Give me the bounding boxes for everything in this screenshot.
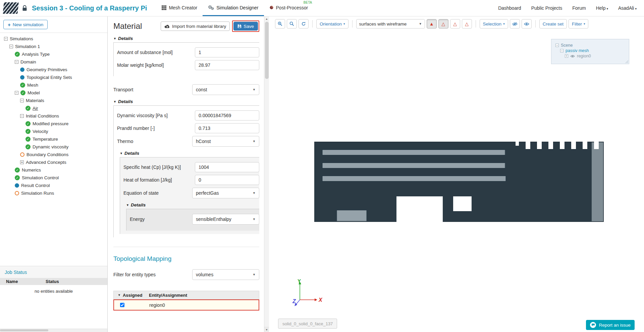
tree-item-result-control[interactable]: Result Control [0,182,107,189]
help-menu[interactable]: Help▾ [596,5,608,11]
resize-handle[interactable] [625,60,628,63]
render-mode-select[interactable]: surfaces with wireframe ▼ [356,19,425,29]
collapse-icon[interactable]: − [560,49,564,52]
filter-dropdown[interactable]: Filter ▾ [569,19,589,29]
reset-view-button[interactable] [299,19,309,29]
caret-down-icon[interactable]: ▼ [120,152,123,155]
expand-icon[interactable]: + [20,160,24,164]
amount-of-substance-input[interactable] [195,47,259,57]
tree-item-label: Advanced Concepts [26,160,66,165]
scroll-up-button[interactable]: ▲ [264,16,269,21]
heat-of-formation-input[interactable] [195,175,259,185]
create-set-button[interactable]: Create set [539,19,567,29]
mesh-node[interactable]: − passiv mesh [560,48,627,53]
tree-item-simulation-1[interactable]: −Simulation 1 [0,43,107,50]
tree-item-simulation-control[interactable]: ✓Simulation Control [0,174,107,182]
tree-item-advanced-concepts[interactable]: +Advanced Concepts [0,158,107,166]
tree-item-label: Simulations [10,36,33,41]
mesh-3d-object[interactable] [314,142,604,223]
pending-circle-icon [20,152,24,157]
report-issue-button[interactable]: Report an issue [586,320,635,330]
scroll-down-button[interactable]: ▼ [264,327,269,332]
scrollbar-thumb[interactable] [265,22,269,79]
tree-item-boundary-conditions[interactable]: Boundary Conditions [0,151,107,158]
zoom-in-button[interactable] [275,19,285,29]
tree-item-simulation-runs[interactable]: Simulation Runs [0,189,107,197]
eye-icon[interactable] [570,55,575,58]
specific-heat-input[interactable] [195,162,259,172]
caret-down-icon[interactable]: ▼ [113,100,116,103]
scene-tree-overlay[interactable]: − Scene − passiv mesh + region0 [551,39,629,64]
tree-item-domain[interactable]: −Domain [0,58,107,66]
column-entity-assignment[interactable]: Entity/Assignment [149,293,187,298]
tab-mesh-creator[interactable]: Mesh Creator [156,0,203,16]
energy-select[interactable]: sensibleEnthalpy ▼ [192,214,259,225]
orientation-dropdown[interactable]: Orientation ▾ [316,19,348,29]
equation-of-state-select[interactable]: perfectGas ▼ [192,188,259,198]
region-node[interactable]: + region0 [565,54,627,58]
viewport-3d[interactable]: Orientation ▾ surfaces with wireframe ▼ … [269,16,644,332]
zoom-in-icon [278,21,282,26]
selection-dropdown[interactable]: Selection ▾ [480,19,508,29]
thermo-select[interactable]: hConst ▼ [192,136,259,147]
app-logo[interactable] [3,2,19,14]
tree-item-air[interactable]: ✓Air [0,104,107,112]
show-all-button[interactable] [522,19,532,29]
sidebar-horizontal-scrollbar[interactable] [0,329,107,332]
save-button[interactable]: Save [233,22,258,31]
molar-weight-input[interactable] [195,60,259,70]
dynamic-viscosity-input[interactable] [195,110,259,121]
tree-item-geometry-primitives[interactable]: Geometry Primitives [0,66,107,74]
mesh-toggle-button-4[interactable]: △ [462,19,472,29]
column-assigned[interactable]: Assigned [123,293,143,298]
expand-icon[interactable]: + [565,54,568,58]
select-arrow-icon: ▼ [253,140,256,143]
collapse-icon[interactable]: − [9,45,13,48]
tree-item-numerics[interactable]: ✓Numerics [0,166,107,174]
mesh-toggle-button-3[interactable]: △ [450,19,460,29]
tree-item-mesh[interactable]: ✓Mesh [0,81,107,89]
table-row[interactable]: region0 [113,299,259,311]
tree-item-materials[interactable]: −Materials [0,97,107,104]
entity-filter-select[interactable]: volumes ▼ [192,269,259,280]
new-simulation-button[interactable]: + New simulation [3,20,48,29]
public-projects-link[interactable]: Public Projects [531,5,562,11]
zoom-window-button[interactable] [287,19,297,29]
collapse-icon[interactable]: − [20,114,24,118]
collapse-icon[interactable]: − [555,44,559,47]
hide-selection-button[interactable] [510,19,520,29]
sort-desc-icon[interactable]: ▼ [118,293,121,297]
user-menu[interactable]: AsadAli▾ [618,5,637,11]
tree-item-velocity[interactable]: ✓Velocity [0,128,107,135]
mesh-toggle-button-2[interactable]: △ [438,19,448,29]
collapse-icon[interactable]: − [15,91,18,95]
tree-item-modified-pressure[interactable]: ✓Modified pressure [0,120,107,128]
collapse-icon[interactable]: − [4,37,8,41]
tree-item-initial-conditions[interactable]: −Initial Conditions [0,112,107,120]
collapse-icon[interactable]: − [20,99,24,102]
tree-item-dynamic-viscosity[interactable]: ✓Dynamic viscosity [0,143,107,151]
transport-select[interactable]: const ▼ [192,84,259,95]
tree-item-simulations[interactable]: −Simulations [0,35,107,43]
caret-down-icon: ▾ [635,7,637,10]
assigned-checkbox[interactable] [120,303,124,307]
import-material-button[interactable]: Import from material library [161,21,230,31]
forum-link[interactable]: Forum [572,5,586,11]
tree-item-analysis-type[interactable]: ✓Analysis Type [0,50,107,58]
tab-simulation-designer[interactable]: Simulation Designer [203,0,264,16]
job-column-name: Name [6,279,46,284]
caret-down-icon[interactable]: ▼ [126,203,129,207]
tab-post-processor[interactable]: Post-Processor BETA [264,0,314,16]
tree-item-topological-entity-sets[interactable]: Topological Entity Sets [0,74,107,81]
scrollbar-thumb[interactable] [0,329,48,331]
caret-down-icon[interactable]: ▼ [113,37,116,40]
divider [113,247,259,247]
tree-item-temperature[interactable]: ✓Temperature [0,135,107,143]
dashboard-link[interactable]: Dashboard [498,5,521,11]
scene-node[interactable]: − Scene [555,43,627,48]
mesh-toggle-button-1[interactable]: ▲ [427,19,437,29]
tree-item-model[interactable]: −✓Model [0,89,107,97]
collapse-icon[interactable]: − [15,60,18,64]
material-panel-scrollbar[interactable]: ▲ ▼ [264,16,269,332]
prandtl-number-input[interactable] [195,123,259,133]
